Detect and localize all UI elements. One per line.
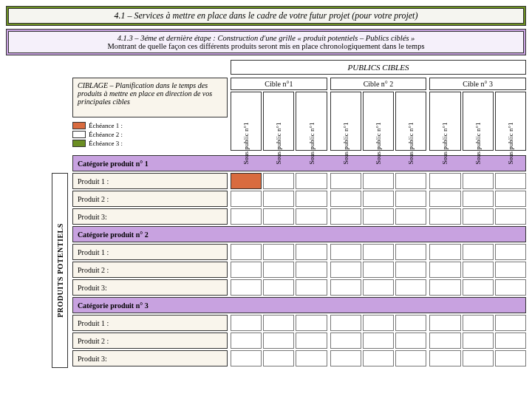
grid-cell xyxy=(429,350,460,366)
sous-publics-row: Sous public n°1 Sous public n°1 Sous pub… xyxy=(231,92,526,151)
page-title: 4.1 – Services à mettre en place dans le… xyxy=(8,8,524,24)
grid-cell xyxy=(231,332,262,349)
row-cells xyxy=(231,262,526,278)
grid-cell xyxy=(263,332,294,349)
sous-public-cell: Sous public n°1 xyxy=(463,92,494,151)
product-label: Produit 3: xyxy=(72,208,228,225)
grid-cell xyxy=(330,244,361,260)
grid-cell xyxy=(263,208,294,225)
row-cells xyxy=(231,173,526,189)
grid-cell xyxy=(495,208,526,225)
grid-cell xyxy=(363,332,394,349)
product-row: Produit 3: xyxy=(72,279,526,296)
row-cells xyxy=(231,191,526,207)
product-row: Produit 1 : xyxy=(72,173,526,189)
grid-cell xyxy=(495,173,526,189)
row-cells xyxy=(231,315,526,331)
grid-cell xyxy=(363,262,394,278)
echeance-1: Échéance 1 : xyxy=(72,122,228,129)
echeance-3-label: Échéance 3 : xyxy=(89,140,123,147)
grid-cell xyxy=(463,173,494,189)
cibles-row: Cible n°1 Cible n° 2 Cible n° 3 xyxy=(231,78,526,90)
product-row: Produit 1 : xyxy=(72,315,526,331)
sous-public-cell: Sous public n°1 xyxy=(231,92,262,151)
sous-public-cell: Sous public n°1 xyxy=(395,92,426,151)
row-cells xyxy=(231,208,526,225)
grid-cell xyxy=(463,191,494,207)
subtitle-line2: Montrant de quelle façon ces différents … xyxy=(15,42,517,50)
product-label: Produit 1 : xyxy=(72,173,228,189)
grid-cell xyxy=(231,244,262,260)
grid-cell xyxy=(263,244,294,260)
product-row: Produit 3: xyxy=(72,208,526,225)
grid-cell xyxy=(296,332,327,349)
grid-cell xyxy=(296,315,327,331)
grid-cell xyxy=(231,173,262,189)
cible-2: Cible n° 2 xyxy=(330,78,427,90)
grid-cell xyxy=(395,244,426,260)
echeance-legend: Échéance 1 : Échéance 2 : Échéance 3 : xyxy=(72,122,228,147)
grid-cell xyxy=(395,332,426,349)
grid-cell xyxy=(429,262,460,278)
grid-cell xyxy=(263,350,294,366)
category-label: Catégorie produit n° 1 xyxy=(72,155,526,171)
grid-cell xyxy=(263,262,294,278)
grid-cell xyxy=(395,262,426,278)
grid-cell xyxy=(395,208,426,225)
row-cells xyxy=(231,350,526,366)
grid-cell xyxy=(495,262,526,278)
grid-cell xyxy=(231,191,262,207)
grid-cell xyxy=(395,279,426,296)
grid-cell xyxy=(231,315,262,331)
row-cells xyxy=(231,279,526,296)
grid-cell xyxy=(429,315,460,331)
grid-cell xyxy=(231,262,262,278)
grid-cell xyxy=(395,173,426,189)
grid-cell xyxy=(231,279,262,296)
cible-1: Cible n°1 xyxy=(231,78,327,90)
subtitle-bar: 4.1.3 – 3éme et dernière étape : Constru… xyxy=(6,29,526,55)
grid-cell xyxy=(363,208,394,225)
category-label: Catégorie produit n° 2 xyxy=(72,226,526,242)
grid-cell xyxy=(263,279,294,296)
echeance-2-label: Échéance 2 : xyxy=(89,131,123,138)
grid-cell xyxy=(330,173,361,189)
grid-cell xyxy=(495,244,526,260)
swatch-echeance-3 xyxy=(72,140,86,147)
grid-cell xyxy=(495,332,526,349)
product-label: Produit 1 : xyxy=(72,315,228,331)
grid-cell xyxy=(263,191,294,207)
sous-public-cell: Sous public n°1 xyxy=(495,92,526,151)
grid-cell xyxy=(429,244,460,260)
grid-cell xyxy=(363,350,394,366)
product-label: Produit 3: xyxy=(72,350,228,366)
grid-cell xyxy=(330,262,361,278)
grid-cell xyxy=(363,244,394,260)
cible-3: Cible n° 3 xyxy=(429,78,526,90)
grid-cell xyxy=(363,315,394,331)
grid-cell xyxy=(330,350,361,366)
category-row: Catégorie produit n° 2 xyxy=(72,226,526,242)
grid-cell xyxy=(429,208,460,225)
grid-cell xyxy=(429,279,460,296)
grid-cell xyxy=(296,208,327,225)
grid-cell xyxy=(330,315,361,331)
product-row: Produit 1 : xyxy=(72,244,526,260)
grid-cell xyxy=(395,350,426,366)
grid-cell xyxy=(463,208,494,225)
swatch-echeance-1 xyxy=(72,122,86,129)
grid-cell xyxy=(429,332,460,349)
sous-public-cell: Sous public n°1 xyxy=(330,92,361,151)
product-label: Produit 3: xyxy=(72,279,228,296)
upper-grid: CIBLAGE – Planification dans le temps de… xyxy=(72,60,526,152)
grid-cell xyxy=(296,350,327,366)
grid-cell xyxy=(330,279,361,296)
grid-cell xyxy=(263,315,294,331)
product-row: Produit 3: xyxy=(72,350,526,366)
product-row: Produit 2 : xyxy=(72,332,526,349)
swatch-echeance-2 xyxy=(72,131,86,138)
product-row: Produit 2 : xyxy=(72,262,526,278)
sous-public-cell: Sous public n°1 xyxy=(363,92,394,151)
grid-cell xyxy=(495,315,526,331)
product-label: Produit 1 : xyxy=(72,244,228,260)
